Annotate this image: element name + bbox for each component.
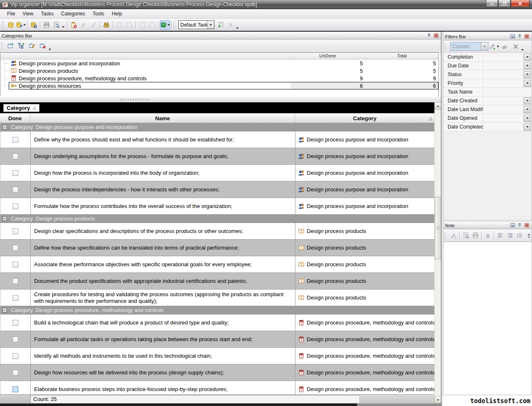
restore-panel-icon[interactable] [510, 223, 516, 228]
vertical-scrollbar[interactable] [434, 102, 441, 404]
collapse-icon[interactable] [2, 125, 7, 129]
edit-note-button[interactable] [449, 231, 458, 240]
category-row[interactable]: Design process purpose and incorporation… [0, 59, 438, 67]
group-header-row[interactable]: Category: Design process products [0, 215, 434, 223]
close-panel-icon[interactable] [524, 223, 530, 228]
task-checkbox[interactable] [12, 203, 18, 209]
task-checkbox[interactable] [12, 262, 18, 267]
category-row[interactable]: Design process products55 [0, 67, 438, 74]
filter-value[interactable] [483, 105, 524, 114]
filter-value[interactable] [483, 97, 524, 105]
group-header-row[interactable]: Category: Design process procedure, meth… [0, 306, 434, 314]
task-row[interactable]: Formulate how the process contributes in… [0, 198, 434, 215]
filter-value[interactable] [483, 62, 524, 70]
task-row[interactable]: Design clear specifications and descript… [0, 223, 434, 240]
toolbar-overflow-icon[interactable] [236, 27, 239, 29]
note-toolbar-more[interactable] [527, 232, 532, 238]
print-button[interactable] [42, 20, 52, 30]
bullet-list-button[interactable] [515, 231, 524, 240]
task-checkbox[interactable] [12, 295, 18, 301]
filter-value[interactable] [483, 123, 524, 131]
column-header-category[interactable]: Category [295, 114, 434, 123]
delete-filter-button[interactable] [511, 42, 521, 51]
task-checkbox[interactable] [12, 187, 18, 193]
align-right-button[interactable] [505, 231, 515, 240]
filter-value[interactable] [483, 53, 524, 61]
save-database-button[interactable] [29, 20, 39, 30]
notebook-view-button[interactable] [160, 20, 170, 30]
close-button[interactable] [511, 0, 530, 7]
task-checkbox[interactable] [12, 170, 18, 176]
task-row[interactable]: Elaborate business process steps into pr… [0, 381, 434, 394]
task-checkbox[interactable] [12, 370, 18, 376]
menu-tools[interactable]: Tools [89, 9, 108, 18]
filter-preset-combo[interactable]: Custom [450, 42, 488, 51]
restore-button[interactable] [498, 0, 510, 7]
column-header-done[interactable]: Done [0, 114, 30, 123]
column-header-total[interactable]: Total [365, 53, 438, 59]
task-checkbox[interactable] [12, 386, 18, 392]
task-checkbox[interactable] [12, 153, 18, 159]
menu-view[interactable]: View [19, 9, 37, 18]
toolbar-overflow-icon[interactable] [521, 49, 524, 51]
task-template-combo[interactable]: Default Task [178, 20, 214, 29]
group-header-row[interactable]: Category: Design process purpose and inc… [0, 123, 434, 131]
filter-value[interactable] [483, 114, 524, 122]
toolbar-overflow-icon[interactable] [62, 26, 64, 28]
column-header-name[interactable]: Name [30, 114, 295, 123]
combo-dropdown-button[interactable] [481, 42, 488, 50]
filter-dropdown-button[interactable] [524, 62, 531, 69]
new-database-button[interactable] [6, 20, 16, 30]
pin-icon[interactable] [517, 223, 523, 228]
category-row[interactable]: 5Design process procedure, methodology a… [0, 74, 438, 82]
task-row[interactable]: Design the process interdependencies - h… [0, 181, 434, 198]
new-task-button[interactable] [69, 20, 79, 30]
apply-filter-button[interactable] [489, 42, 499, 51]
filter-dropdown-button[interactable] [524, 115, 531, 122]
menu-help[interactable]: Help [108, 9, 126, 18]
task-row[interactable]: Formulate all particular tasks or operat… [0, 331, 434, 348]
scroll-down-button[interactable] [435, 396, 441, 404]
task-row[interactable]: Design how the process is incorporated i… [0, 165, 434, 181]
combo-dropdown-button[interactable] [207, 21, 214, 29]
new-subcategory-button[interactable] [16, 41, 27, 51]
group-by-field-category[interactable]: Category [3, 104, 39, 112]
new-category-button[interactable] [5, 41, 16, 51]
pin-icon[interactable] [426, 33, 432, 39]
menu-tasks[interactable]: Tasks [37, 9, 57, 18]
open-database-button[interactable] [16, 20, 26, 30]
task-checkbox[interactable] [12, 228, 18, 234]
task-checkbox[interactable] [12, 278, 18, 284]
close-panel-icon[interactable] [524, 34, 530, 40]
filter-dropdown-button[interactable] [524, 106, 531, 113]
collapse-icon[interactable] [2, 308, 7, 312]
task-row[interactable]: Create procedures for testing and valida… [0, 290, 434, 306]
horizontal-splitter[interactable] [0, 97, 441, 102]
task-row[interactable]: Design underlying assumptions for the pr… [0, 148, 434, 165]
print-preview-note-button[interactable] [461, 231, 470, 240]
menu-file[interactable]: File [3, 9, 19, 18]
filter-dropdown-button[interactable] [524, 71, 531, 78]
scrollbar-thumb[interactable] [435, 197, 441, 259]
toolbar-overflow-icon[interactable] [49, 49, 51, 50]
menu-categories[interactable]: Categories [57, 9, 89, 18]
find-task-button[interactable] [101, 20, 111, 30]
filter-value[interactable] [483, 70, 524, 79]
pin-icon[interactable] [517, 34, 523, 40]
delete-category-button[interactable] [37, 41, 48, 51]
task-row[interactable]: Build a technological chain that will pr… [0, 314, 434, 331]
task-checkbox[interactable] [12, 353, 18, 359]
column-header-category[interactable] [0, 53, 291, 59]
filter-dropdown-button[interactable] [524, 124, 531, 131]
filter-dropdown-button[interactable] [524, 97, 531, 104]
task-row[interactable]: Identify all methods and instruments to … [0, 348, 434, 364]
bold-button[interactable]: B [483, 231, 493, 240]
task-row[interactable]: Define why the process should exist and … [0, 131, 434, 148]
minimize-button[interactable] [486, 0, 498, 7]
clear-filter-button[interactable] [500, 42, 510, 51]
edit-category-button[interactable] [27, 41, 37, 51]
task-checkbox[interactable] [12, 137, 18, 143]
print-preview-button[interactable] [52, 20, 62, 30]
collapse-icon[interactable] [2, 216, 7, 221]
column-header-undone[interactable]: UnDone [291, 53, 365, 59]
